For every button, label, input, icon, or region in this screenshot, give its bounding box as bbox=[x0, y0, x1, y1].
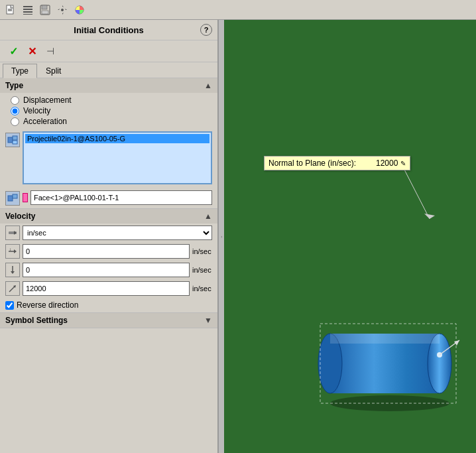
main-area: Initial Conditions ? ✓ ✕ ⊣ Type Split bbox=[0, 20, 476, 453]
z-component-icon bbox=[7, 283, 18, 294]
velocity-x-row: ↕ in/sec bbox=[0, 242, 217, 261]
svg-point-32 bbox=[330, 395, 449, 411]
velocity-label: Velocity bbox=[23, 106, 50, 115]
component-list-icon bbox=[5, 133, 20, 147]
list-icon bbox=[23, 5, 33, 15]
annotation-edit-icon[interactable]: ✎ bbox=[400, 160, 406, 167]
check-icon: ✓ bbox=[9, 45, 18, 58]
svg-rect-5 bbox=[23, 11, 32, 13]
cancel-button[interactable]: ✕ bbox=[24, 43, 40, 59]
symbol-settings-title: Symbol Settings bbox=[5, 316, 68, 325]
svg-marker-40 bbox=[454, 340, 459, 346]
svg-rect-8 bbox=[42, 5, 47, 9]
velocity-y-unit: in/sec bbox=[192, 266, 212, 274]
face-icon bbox=[5, 191, 20, 206]
svg-marker-27 bbox=[11, 271, 15, 274]
y-component-icon bbox=[7, 265, 18, 275]
component-list-container: Projectile02in-1@AS100-05-G bbox=[0, 129, 217, 187]
panel-header: Initial Conditions ? bbox=[0, 20, 217, 40]
svg-rect-36 bbox=[330, 334, 440, 344]
canvas-area: Normal to Plane (in/sec): ✎ bbox=[224, 20, 476, 453]
annotation-value-input[interactable] bbox=[358, 159, 398, 168]
annotation-tooltip: Normal to Plane (in/sec): ✎ bbox=[264, 156, 410, 170]
velocity-y-row: in/sec bbox=[0, 261, 217, 279]
svg-marker-11 bbox=[62, 11, 64, 15]
velocity-x-icon: ↕ bbox=[5, 244, 20, 259]
annotation-label: Normal to Plane (in/sec): bbox=[268, 159, 356, 168]
velocity-unit-row: in/sec mm/sec m/sec ft/sec bbox=[0, 224, 217, 242]
toolbar-new-btn[interactable] bbox=[3, 2, 19, 18]
pin-icon: ⊣ bbox=[46, 46, 54, 56]
toolbar-color-btn[interactable] bbox=[72, 2, 88, 18]
toolbar-move-btn[interactable] bbox=[54, 2, 70, 18]
acceleration-radio-item[interactable]: Acceleration bbox=[11, 117, 207, 126]
velocity-y-icon bbox=[5, 263, 20, 277]
velocity-y-input[interactable] bbox=[23, 263, 190, 277]
velocity-section: Velocity ▲ in/sec mm/sec m/sec ft/sec bbox=[0, 209, 217, 313]
velocity-z-icon bbox=[5, 281, 20, 296]
type-radio-group: Displacement Velocity Acceleration bbox=[0, 93, 217, 129]
acceleration-label: Acceleration bbox=[23, 117, 67, 126]
type-section-title: Type bbox=[5, 81, 23, 90]
toolbar-list-btn[interactable] bbox=[20, 2, 36, 18]
svg-marker-10 bbox=[62, 5, 64, 9]
svg-rect-3 bbox=[23, 6, 32, 7]
velocity-radio[interactable] bbox=[11, 107, 19, 115]
color-icon bbox=[74, 5, 85, 15]
tab-row: Type Split bbox=[0, 62, 217, 78]
left-panel: Initial Conditions ? ✓ ✕ ⊣ Type Split bbox=[0, 20, 219, 453]
velocity-unit-icon bbox=[5, 226, 20, 240]
symbol-settings-header[interactable]: Symbol Settings ▼ bbox=[0, 313, 217, 328]
component-list-item[interactable]: Projectile02in-1@AS100-05-G bbox=[25, 134, 209, 143]
tab-type[interactable]: Type bbox=[3, 64, 37, 78]
displacement-radio[interactable] bbox=[11, 96, 19, 105]
acceleration-radio[interactable] bbox=[11, 117, 19, 126]
confirm-button[interactable]: ✓ bbox=[5, 43, 21, 59]
displacement-radio-item[interactable]: Displacement bbox=[11, 96, 207, 105]
svg-marker-22 bbox=[14, 231, 17, 235]
face-select-icon bbox=[7, 193, 18, 204]
component-listbox[interactable]: Projectile02in-1@AS100-05-G bbox=[23, 131, 212, 184]
resize-handle[interactable]: ··· bbox=[219, 20, 224, 453]
svg-rect-19 bbox=[8, 196, 13, 201]
velocity-radio-item[interactable]: Velocity bbox=[11, 106, 207, 115]
panel-title: Initial Conditions bbox=[17, 25, 200, 35]
svg-marker-31 bbox=[424, 214, 435, 219]
velocity-z-unit: in/sec bbox=[192, 285, 212, 292]
velocity-unit-select[interactable]: in/sec mm/sec m/sec ft/sec bbox=[23, 226, 212, 240]
symbol-settings-collapse-icon: ▼ bbox=[204, 316, 212, 325]
svg-line-28 bbox=[9, 287, 15, 292]
face-input-row bbox=[0, 187, 217, 208]
reverse-direction-label[interactable]: Reverse direction bbox=[17, 300, 78, 310]
face-input-field[interactable] bbox=[30, 190, 212, 205]
type-section: Type ▲ Displacement Velocity Acceleratio… bbox=[0, 78, 217, 209]
velocity-x-input[interactable] bbox=[23, 244, 190, 259]
reverse-direction-row: Reverse direction bbox=[0, 298, 217, 312]
velocity-z-row: in/sec bbox=[0, 279, 217, 298]
svg-marker-12 bbox=[58, 9, 61, 10]
type-section-header[interactable]: Type ▲ bbox=[0, 78, 217, 93]
tab-split[interactable]: Split bbox=[37, 64, 70, 78]
svg-marker-24 bbox=[14, 249, 17, 253]
svg-rect-17 bbox=[13, 136, 17, 140]
displacement-label: Displacement bbox=[23, 96, 72, 105]
velocity-z-input[interactable] bbox=[23, 281, 190, 296]
pin-button[interactable]: ⊣ bbox=[42, 43, 58, 59]
toolbar bbox=[0, 0, 476, 20]
svg-rect-6 bbox=[23, 14, 32, 15]
svg-point-14 bbox=[61, 9, 64, 11]
velocity-section-header[interactable]: Velocity ▲ bbox=[0, 209, 217, 224]
x-icon: ✕ bbox=[28, 45, 36, 58]
face-color-marker bbox=[23, 193, 28, 202]
move-icon bbox=[57, 5, 68, 15]
velocity-collapse-icon: ▲ bbox=[204, 212, 212, 221]
svg-rect-4 bbox=[23, 9, 32, 10]
symbol-settings-section: Symbol Settings ▼ bbox=[0, 313, 217, 328]
action-row: ✓ ✕ ⊣ bbox=[0, 40, 217, 62]
help-button[interactable]: ? bbox=[200, 24, 212, 36]
svg-rect-20 bbox=[13, 194, 17, 198]
unit-icon bbox=[7, 227, 18, 238]
reverse-direction-checkbox[interactable] bbox=[5, 301, 14, 310]
toolbar-save-btn[interactable] bbox=[37, 2, 53, 18]
type-collapse-icon: ▲ bbox=[204, 81, 212, 90]
